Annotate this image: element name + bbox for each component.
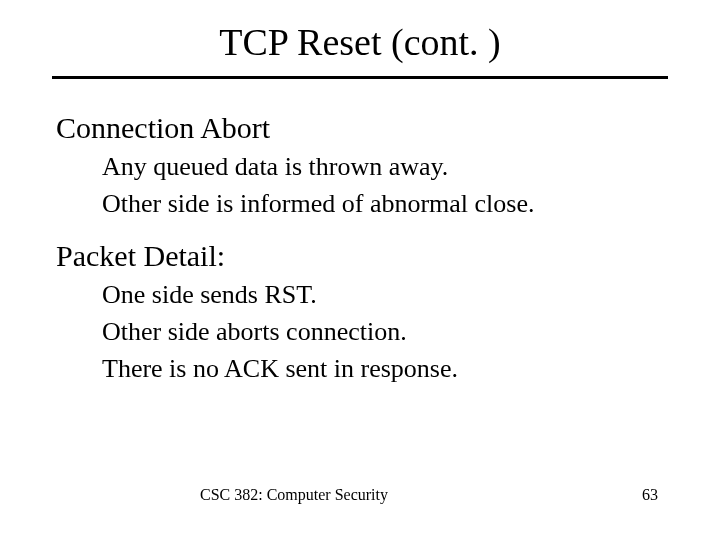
bullet-item: Other side aborts connection. [102, 314, 664, 349]
slide-body: Connection Abort Any queued data is thro… [0, 79, 720, 386]
slide: TCP Reset (cont. ) Connection Abort Any … [0, 0, 720, 540]
footer-page-number: 63 [642, 486, 658, 504]
section-heading-packet-detail: Packet Detail: [56, 239, 664, 273]
bullet-item: One side sends RST. [102, 277, 664, 312]
bullet-item: There is no ACK sent in response. [102, 351, 664, 386]
section-heading-connection-abort: Connection Abort [56, 111, 664, 145]
slide-title: TCP Reset (cont. ) [219, 20, 500, 64]
bullet-item: Other side is informed of abnormal close… [102, 186, 664, 221]
bullet-item: Any queued data is thrown away. [102, 149, 664, 184]
footer-course: CSC 382: Computer Security [200, 486, 388, 504]
title-wrap: TCP Reset (cont. ) [0, 0, 720, 64]
